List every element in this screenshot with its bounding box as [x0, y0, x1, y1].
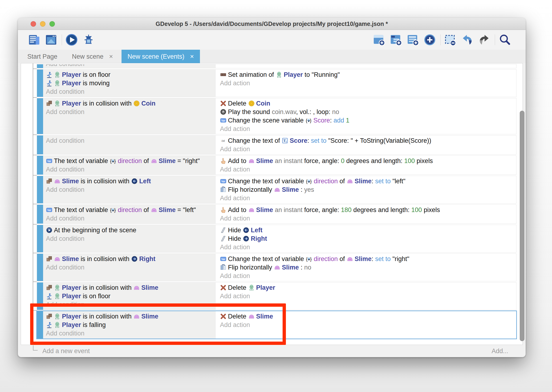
condition[interactable]: VarThe text of variable {}direction of S… [46, 206, 213, 214]
add-condition-button[interactable]: Add condition [46, 165, 213, 174]
add-condition-button[interactable]: Add condition [46, 108, 213, 116]
event-selection-bar[interactable] [37, 176, 43, 203]
action[interactable]: Delete Player [220, 283, 514, 292]
svg-text:}: } [310, 118, 311, 123]
condition[interactable]: Slime is in collision with Right [46, 255, 213, 263]
add-condition-button[interactable]: Add condition [46, 136, 213, 145]
action[interactable]: Flip horizontally Slime : no [220, 263, 514, 272]
conditions-cell: Add condition [43, 64, 217, 68]
condition[interactable]: Player is on floor [46, 292, 213, 300]
action[interactable]: VarChange the text of variable {}directi… [220, 177, 514, 185]
add-action-button[interactable]: Add action [220, 243, 514, 251]
instruction-text: is in collision with [81, 284, 133, 291]
instruction-text: Player [62, 100, 81, 107]
add-subevent-icon[interactable] [389, 33, 403, 47]
scrollbar-thumb[interactable] [520, 111, 524, 341]
undo-icon[interactable] [460, 33, 474, 47]
add-condition-button[interactable]: Add condition [46, 185, 213, 194]
zoom-window-button[interactable] [49, 21, 55, 27]
tab-new-scene[interactable]: New scene× [66, 50, 119, 63]
svg-text:{: { [110, 158, 112, 164]
slime-icon [274, 186, 281, 193]
add-condition-button[interactable]: Add condition [46, 263, 213, 272]
close-tab-icon[interactable]: × [190, 53, 194, 60]
add-action-button[interactable]: Add action [220, 165, 514, 174]
instruction-text: set to [375, 255, 393, 262]
slime-icon [133, 284, 140, 291]
collision-icon [46, 284, 53, 291]
add-action-button[interactable]: Add action [220, 145, 514, 153]
event-selection-bar[interactable] [37, 98, 43, 134]
event-selection-bar[interactable] [37, 254, 43, 281]
action[interactable]: txtChange the text of TxScore: set to "S… [220, 136, 514, 145]
add-more-button[interactable]: Add... [491, 348, 508, 355]
event-selection-bar[interactable] [37, 70, 43, 97]
instruction-text: of [142, 157, 151, 164]
instruction-text: to [303, 71, 312, 78]
svg-text:Var: Var [221, 119, 225, 122]
redo-icon[interactable] [477, 33, 491, 47]
search-icon[interactable] [498, 33, 511, 47]
instruction-text: = [176, 157, 183, 164]
add-action-button[interactable]: Add action [220, 214, 514, 223]
action[interactable]: Flip horizontally Slime : yes [220, 185, 514, 194]
close-window-button[interactable] [31, 21, 36, 27]
add-action-button[interactable]: Add action [220, 272, 514, 280]
tab-start-page[interactable]: Start Page [21, 50, 64, 63]
conditions-cell: At the beginning of the sceneAdd conditi… [43, 225, 217, 252]
event-selection-bar[interactable] [37, 64, 43, 68]
add-comment-icon[interactable] [406, 33, 420, 47]
event-selection-bar[interactable] [37, 205, 43, 224]
condition[interactable]: Player is on floor [46, 70, 213, 79]
add-action-button[interactable]: Add action [220, 79, 514, 87]
hide-icon [220, 227, 227, 233]
action[interactable]: Hide Right [220, 234, 514, 243]
add-circle-icon[interactable] [423, 33, 437, 47]
tab-new-scene-events-[interactable]: New scene (Events)× [122, 50, 200, 63]
condition[interactable]: Player is in collision with Slime [46, 283, 213, 292]
titlebar: GDevelop 5 - /Users/david/Documents/GDev… [18, 18, 526, 30]
left-icon [131, 178, 138, 184]
action[interactable]: Delete Coin [220, 99, 514, 108]
action[interactable]: Set animation of Player to "Running" [220, 70, 514, 79]
annotation-rectangle [30, 303, 286, 345]
add-condition-button[interactable]: Add condition [46, 234, 213, 243]
close-tab-icon[interactable]: × [109, 53, 113, 60]
add-condition-button[interactable]: Add condition [46, 64, 213, 68]
action[interactable]: VarChange the text of variable {}directi… [220, 255, 514, 263]
event-selection-bar[interactable] [37, 156, 43, 175]
toolbar-divider [440, 34, 441, 45]
event-selection-bar[interactable] [37, 135, 43, 154]
condition[interactable]: VarThe text of variable {}direction of S… [46, 157, 213, 165]
project-manager-icon[interactable] [27, 33, 41, 47]
action[interactable]: Play the sound coin.wav, vol.: , loop: n… [220, 108, 514, 116]
action[interactable]: VarChange the scene variable {}Score: ad… [220, 116, 514, 125]
remove-selection-icon[interactable] [443, 33, 457, 47]
condition[interactable]: At the beginning of the scene [46, 226, 213, 234]
scene-editor-icon[interactable] [44, 33, 58, 47]
condition[interactable]: Player is moving [46, 79, 213, 87]
add-condition-button[interactable]: Add condition [46, 87, 213, 96]
instruction-text: Right [139, 255, 155, 262]
collision-icon [46, 178, 53, 184]
add-event-icon[interactable] [372, 33, 386, 47]
action[interactable]: Add to Slime an instant force, angle: 0 … [220, 157, 514, 165]
action[interactable]: Add to Slime an instant force, angle: 18… [220, 206, 514, 214]
variable-brace-icon: {} [306, 178, 312, 184]
instruction-text: Slime [282, 186, 299, 193]
instruction-text: "Running" [311, 71, 340, 78]
add-action-button[interactable]: Add action [220, 125, 514, 133]
add-new-event-button[interactable]: Add a new event [42, 348, 90, 355]
add-action-button[interactable]: Add action [220, 194, 514, 202]
minimize-window-button[interactable] [40, 21, 45, 27]
condition[interactable]: Player is in collision with Coin [46, 99, 213, 108]
slime-icon [248, 158, 255, 164]
add-action-button[interactable]: Add action [220, 292, 514, 300]
debug-icon[interactable] [82, 33, 95, 47]
play-icon[interactable] [65, 33, 78, 47]
add-condition-button[interactable]: Add condition [46, 214, 213, 223]
instruction-text: Player [284, 71, 303, 78]
condition[interactable]: Slime is in collision with Left [46, 177, 213, 185]
event-selection-bar[interactable] [37, 225, 43, 252]
action[interactable]: Hide Left [220, 226, 514, 234]
